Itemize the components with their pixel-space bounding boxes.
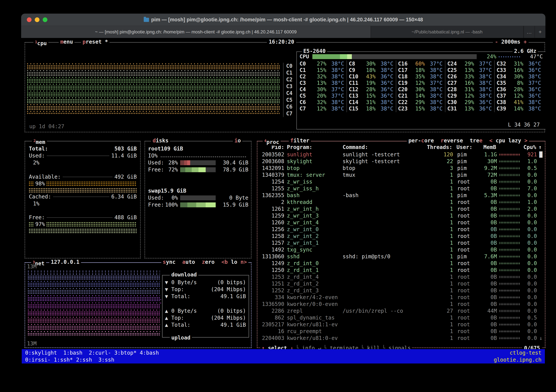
process-row[interactable]: 1253 z_rd_int_4 1 root 0B 0.0 — [260, 274, 544, 280]
sort-switcher[interactable]: < cpu lazy > — [489, 137, 527, 144]
column-command[interactable]: Command: — [343, 144, 426, 151]
core-temp: 36°C — [376, 80, 394, 86]
process-row[interactable]: 1432091 btop btop 3 pim 9.2M 0.5 — [260, 165, 544, 172]
swap-free-bar-fill — [180, 202, 216, 207]
switch-next[interactable]: n> — [240, 259, 247, 265]
process-program: bash — [287, 192, 341, 199]
process-cpu-meter — [499, 181, 522, 183]
process-row[interactable]: 2286 zrepl /usr/bin/zrepl --co 27 root 4… — [260, 307, 544, 314]
process-row[interactable]: 2003502 sunlight sunlight -testcert 120 … — [260, 151, 544, 158]
column-cpu[interactable]: Cpu% — [521, 144, 536, 151]
core-id: C39 — [496, 105, 509, 112]
folder-icon — [144, 18, 149, 22]
process-memory: 0B — [478, 260, 497, 267]
interval-decrease-button[interactable]: - — [495, 39, 501, 45]
process-row[interactable]: 1250 z_rd_int_1 1 root 0B 0.0 — [260, 267, 544, 274]
zoom-button[interactable] — [43, 17, 47, 22]
process-row[interactable]: 1251 z_rd_int_2 1 root 0B 0.0 — [260, 280, 544, 287]
process-cpu-meter — [499, 290, 522, 292]
process-threads: 1 — [427, 185, 453, 192]
graph-dots-sparse — [28, 295, 160, 297]
io-toggle[interactable]: io — [233, 137, 242, 144]
tab-bash-session[interactable]: ~/Public/sabbatical.ipng.nl — -bash — [371, 26, 524, 38]
process-row[interactable]: 1256 z_wr_int_0 1 root 0B 0.0 — [260, 226, 544, 233]
disks-panel-title[interactable]: disks — [151, 137, 170, 144]
disks-hotkey: d — [153, 138, 156, 144]
close-button[interactable] — [27, 17, 31, 22]
filter-button[interactable]: filter — [289, 137, 311, 144]
process-row[interactable]: 2204003 kworker/u81:0-ev 1 root 0B 0.0 ↓ — [260, 335, 544, 342]
new-tab-button[interactable]: + — [534, 26, 545, 38]
process-pid: 1432091 — [260, 165, 284, 172]
process-row[interactable]: 1492 txg_sync 1 root 0B 0.0 — [260, 246, 544, 253]
process-cpu-meter — [499, 194, 522, 197]
scroll-up-icon[interactable]: ↑ — [537, 144, 543, 151]
process-program: z_wr_int_2 — [287, 233, 341, 240]
process-row[interactable]: 2305217 kworker/u81:1-ev 1 root 0B 0.0 — [260, 321, 544, 328]
tmux-windows-line1[interactable]: 0:skylight 1:bash 2:curl- 3:btop* 4:bash — [25, 350, 159, 356]
process-option-button[interactable]: tree — [470, 137, 482, 144]
process-row[interactable]: 1259 z_wr_int_3 1 root 0B 0.0 — [260, 212, 544, 219]
process-row[interactable]: 1252 z_rd_int_3 1 root 0B 0.0 — [260, 287, 544, 294]
core-percent: 30% — [312, 86, 326, 93]
process-pid: 2003502 — [260, 151, 284, 158]
scrollbar-marker[interactable]: ↓ — [538, 335, 544, 342]
network-option-button[interactable]: auto — [182, 259, 195, 265]
sort-next[interactable]: > — [521, 138, 527, 144]
process-panel-title[interactable]: 4proc — [263, 137, 281, 146]
process-row[interactable]: 1340379 tmux: server tmux 1 pim 72M 0.0 — [260, 172, 544, 178]
process-row[interactable]: 1249 z_rd_int_0 1 root 0B 0.0 — [260, 260, 544, 267]
interval-increase-button[interactable]: + — [520, 39, 527, 45]
cpu-core-graph-band: C1 — [27, 70, 280, 76]
memory-panel-title[interactable]: 2mem — [32, 137, 47, 146]
column-memory[interactable]: MemB — [477, 144, 496, 151]
scrollbar-marker[interactable]: █ — [538, 151, 544, 158]
process-option-button[interactable]: per-core — [408, 137, 434, 144]
process-memory: 0B — [478, 314, 497, 321]
process-row[interactable]: 2 kthreadd 1 root 0B 1.0 — [260, 199, 544, 206]
process-user: root — [457, 267, 478, 274]
column-program[interactable]: Program: — [287, 144, 341, 151]
core-cell: C2633%38°C — [445, 73, 494, 80]
tmux-windows-line2[interactable]: 0:irssi- 1:ssh* 2:ssh 3:ssh — [25, 356, 114, 363]
minimize-button[interactable] — [35, 17, 39, 22]
column-threads[interactable]: Threads: — [426, 144, 452, 151]
switch-prev[interactable]: <b — [221, 259, 228, 265]
graph-dots-sparse — [27, 111, 280, 113]
process-row[interactable]: 1258 z_wr_int_2 1 root 0B 0.0 — [260, 233, 544, 240]
network-option-button[interactable]: zero — [202, 259, 215, 265]
core-percent: 60% — [410, 61, 425, 67]
cpu-panel-title[interactable]: 1cpu — [33, 38, 48, 47]
preset-button[interactable]: preset * — [81, 38, 109, 45]
menu-button[interactable]: menu — [59, 38, 74, 45]
process-row[interactable]: 862 spl_dynamic_tas 1 root 0B 0.5 — [260, 314, 544, 321]
network-option-button[interactable]: sync — [163, 259, 176, 265]
sort-prev[interactable]: < — [489, 138, 496, 144]
process-row[interactable]: 2003608 skylight skylight -testcert 22 p… — [260, 158, 544, 165]
core-temp: 36°C — [376, 92, 394, 99]
column-user[interactable]: User: — [456, 144, 477, 151]
network-interface[interactable]: 127.0.0.1 — [49, 259, 81, 265]
process-row[interactable]: 1260 z_wr_int_4 1 root 0B 0.0 — [260, 219, 544, 226]
cpu-history-dots — [499, 255, 520, 258]
process-row[interactable]: 16 rcu_preempt 1 root 0B 0.0 — [260, 328, 544, 335]
process-row[interactable]: 1254 z_wr_iss 1 root 0B 0.0 — [260, 178, 544, 185]
process-row[interactable]: 1362355 bash -bash 1 pim 5.3M 0.0 — [260, 192, 544, 199]
core-temp: 38°C — [326, 80, 344, 86]
process-row[interactable]: 1255 z_wr_iss_h 1 root 0B 7.0 — [260, 185, 544, 192]
process-row[interactable]: 334 kworker/4:2-even 1 root 0B 0.0 — [260, 294, 544, 301]
mem-used-percent-row: 2% — [29, 159, 137, 166]
swap-used-row: Used:0%0 Byte — [148, 194, 248, 201]
tab-mosh-session[interactable]: ~ — [mosh] pim@glootie.ipng.ch: /home/pi… — [21, 26, 371, 38]
process-option-button[interactable]: reverse — [440, 137, 463, 144]
interface-switcher[interactable]: <b lo n> — [221, 259, 247, 265]
process-row[interactable]: 1257 z_wr_int_1 1 root 0B 0.0 — [260, 240, 544, 246]
process-row[interactable]: 1261 z_wr_int_h 1 root 0B 2.0 — [260, 206, 544, 212]
process-threads: 1 — [427, 328, 453, 335]
process-user: root — [457, 260, 478, 267]
process-row[interactable]: 1336590 kworker/0:0-even 1 root 0B 0.0 — [260, 301, 544, 307]
process-cpu-meter — [499, 255, 522, 258]
core-temp: 37°C — [474, 61, 492, 67]
tab-overflow-button[interactable]: … — [524, 26, 534, 38]
process-row[interactable]: 1313060 sshd sshd: pim@pts/0 1 pim 7.6M … — [260, 253, 544, 260]
